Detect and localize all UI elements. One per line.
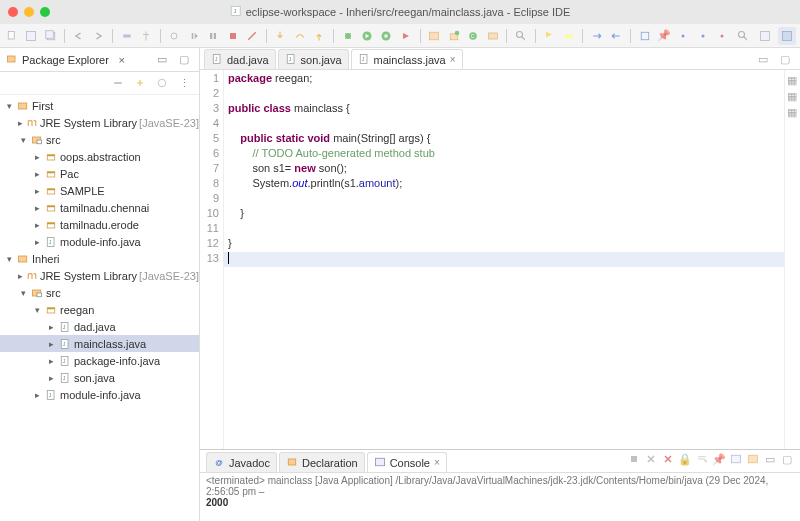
debug-button[interactable] — [340, 27, 355, 45]
twisty-icon[interactable]: ▸ — [18, 271, 24, 281]
twisty-icon[interactable]: ▸ — [46, 356, 56, 366]
disconnect-button[interactable] — [244, 27, 259, 45]
minimize-editor[interactable]: ▭ — [754, 50, 772, 68]
twisty-icon[interactable]: ▾ — [32, 305, 42, 315]
maximize-window[interactable] — [40, 7, 50, 17]
display-console[interactable] — [729, 452, 743, 466]
editor-tab-mainclass-java[interactable]: Jmainclass.java× — [351, 49, 463, 69]
editor-tab-son-java[interactable]: Json.java — [278, 49, 349, 69]
save-button[interactable] — [23, 27, 38, 45]
twisty-icon[interactable]: ▸ — [32, 237, 42, 247]
java-perspective[interactable] — [778, 27, 796, 45]
suspend-button[interactable] — [206, 27, 221, 45]
ruler-btn-1[interactable]: ▦ — [787, 74, 799, 86]
open-type[interactable] — [485, 27, 500, 45]
tree-item-oops-abstraction[interactable]: ▸oops.abstraction — [0, 148, 199, 165]
tree-item-module-info-java[interactable]: ▸Jmodule-info.java — [0, 233, 199, 250]
coverage-button[interactable] — [379, 27, 394, 45]
tree-item-first[interactable]: ▾First — [0, 97, 199, 114]
bottom-tab-declaration[interactable]: Declaration — [279, 452, 365, 472]
run-last-button[interactable] — [398, 27, 413, 45]
console-output[interactable]: <terminated> mainclass [Java Application… — [200, 472, 800, 521]
bottom-tab-javadoc[interactable]: @Javadoc — [206, 452, 277, 472]
new-class[interactable]: C — [465, 27, 480, 45]
next-annotation[interactable] — [589, 27, 604, 45]
twisty-icon[interactable]: ▸ — [18, 118, 24, 128]
open-console[interactable] — [746, 452, 760, 466]
twisty-icon[interactable]: ▸ — [32, 203, 42, 213]
twisty-icon[interactable]: ▸ — [46, 373, 56, 383]
redo-button[interactable] — [91, 27, 106, 45]
ruler-btn-3[interactable]: ▦ — [787, 106, 799, 118]
step-into-button[interactable] — [273, 27, 288, 45]
minimize-window[interactable] — [24, 7, 34, 17]
twisty-icon[interactable]: ▸ — [32, 186, 42, 196]
toggle-block-button[interactable] — [119, 27, 134, 45]
max-bottom[interactable]: ▢ — [780, 452, 794, 466]
run-button[interactable] — [359, 27, 374, 45]
focus-task[interactable] — [153, 74, 171, 92]
wizard3[interactable] — [715, 27, 730, 45]
highlight-button[interactable] — [561, 27, 576, 45]
line-gutter[interactable]: 12345678910111213 — [200, 70, 224, 449]
link-editor[interactable] — [131, 74, 149, 92]
tree-item-pac[interactable]: ▸Pac — [0, 165, 199, 182]
resume-button[interactable] — [186, 27, 201, 45]
tree-item-mainclass-java[interactable]: ▸Jmainclass.java — [0, 335, 199, 352]
save-all-button[interactable] — [43, 27, 58, 45]
terminate-button[interactable] — [225, 27, 240, 45]
project-tree[interactable]: ▾First▸JRE System Library [JavaSE-23]▾sr… — [0, 95, 199, 521]
twisty-icon[interactable]: ▸ — [32, 152, 42, 162]
twisty-icon[interactable]: ▾ — [18, 288, 28, 298]
close-window[interactable] — [8, 7, 18, 17]
marker-button[interactable] — [541, 27, 556, 45]
pin-button[interactable] — [138, 27, 153, 45]
ruler-btn-2[interactable]: ▦ — [787, 90, 799, 102]
skip-breakpoints[interactable] — [167, 27, 182, 45]
twisty-icon[interactable]: ▸ — [32, 169, 42, 179]
console-remove-all[interactable] — [644, 452, 658, 466]
tree-item-inheri[interactable]: ▾Inheri — [0, 250, 199, 267]
twisty-icon[interactable]: ▸ — [32, 220, 42, 230]
tree-item-jre-system-library[interactable]: ▸JRE System Library [JavaSE-23] — [0, 267, 199, 284]
tree-item-tamilnadu-chennai[interactable]: ▸tamilnadu.chennai — [0, 199, 199, 216]
new-java-project[interactable] — [426, 27, 441, 45]
quick-access[interactable] — [734, 27, 752, 45]
prev-annotation[interactable] — [609, 27, 624, 45]
tree-item-reegan[interactable]: ▾reegan — [0, 301, 199, 318]
search-button[interactable] — [513, 27, 528, 45]
collapse-all[interactable] — [109, 74, 127, 92]
new-button[interactable] — [4, 27, 19, 45]
tree-item-jre-system-library[interactable]: ▸JRE System Library [JavaSE-23] — [0, 114, 199, 131]
tree-item-src[interactable]: ▾src — [0, 131, 199, 148]
pin-editor[interactable]: 📌 — [656, 27, 671, 45]
console-word-wrap[interactable] — [695, 452, 709, 466]
view-menu[interactable]: ⋮ — [175, 74, 193, 92]
tree-item-son-java[interactable]: ▸Json.java — [0, 369, 199, 386]
console-clear[interactable] — [627, 452, 641, 466]
undo-button[interactable] — [71, 27, 86, 45]
twisty-icon[interactable]: ▸ — [46, 339, 56, 349]
close-tab[interactable]: × — [434, 457, 440, 468]
maximize-editor[interactable]: ▢ — [776, 50, 794, 68]
min-bottom[interactable]: ▭ — [763, 452, 777, 466]
tree-item-package-info-java[interactable]: ▸Jpackage-info.java — [0, 352, 199, 369]
tree-item-tamilnadu-erode[interactable]: ▸tamilnadu.erode — [0, 216, 199, 233]
close-view[interactable]: × — [119, 54, 125, 66]
new-package[interactable] — [446, 27, 461, 45]
code-editor[interactable]: package reegan;public class mainclass { … — [224, 70, 784, 449]
bottom-tab-console[interactable]: Console× — [367, 452, 447, 472]
twisty-icon[interactable]: ▸ — [32, 390, 42, 400]
twisty-icon[interactable]: ▾ — [18, 135, 28, 145]
close-tab[interactable]: × — [450, 54, 456, 65]
twisty-icon[interactable]: ▾ — [4, 101, 14, 111]
open-perspective[interactable] — [756, 27, 774, 45]
wizard1[interactable] — [676, 27, 691, 45]
wizard2[interactable] — [695, 27, 710, 45]
twisty-icon[interactable]: ▾ — [4, 254, 14, 264]
step-over-button[interactable] — [292, 27, 307, 45]
step-return-button[interactable] — [312, 27, 327, 45]
minimize-view[interactable]: ▭ — [153, 51, 171, 69]
tree-item-module-info-java[interactable]: ▸Jmodule-info.java — [0, 386, 199, 403]
twisty-icon[interactable]: ▸ — [46, 322, 56, 332]
